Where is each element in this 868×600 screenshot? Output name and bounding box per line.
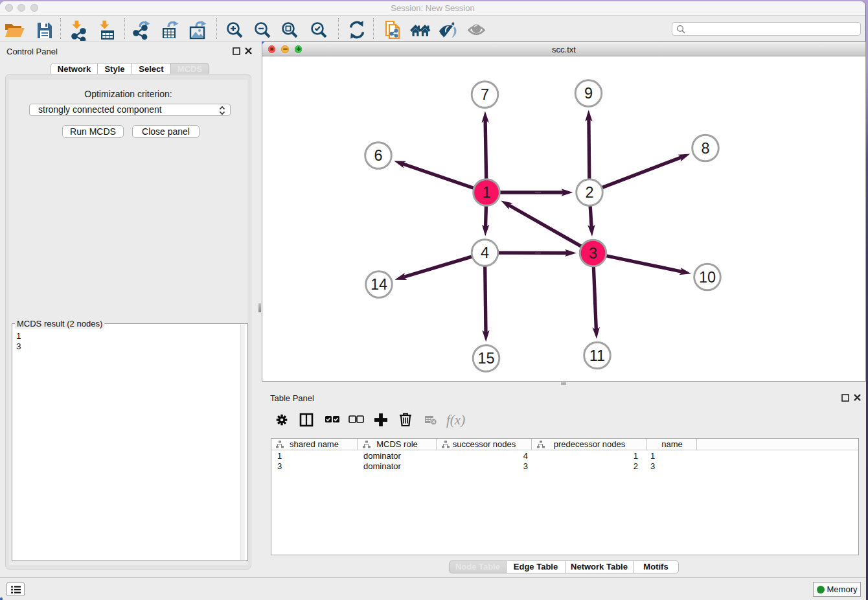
svg-text:f(x): f(x) bbox=[446, 412, 465, 428]
svg-text:8: 8 bbox=[701, 140, 709, 157]
svg-text:9: 9 bbox=[584, 85, 593, 102]
svg-text:2: 2 bbox=[585, 184, 593, 201]
svg-text:4: 4 bbox=[481, 244, 489, 261]
svg-text:1: 1 bbox=[482, 184, 490, 201]
svg-text:11: 11 bbox=[589, 347, 605, 364]
svg-text:15: 15 bbox=[477, 350, 494, 367]
svg-text:3: 3 bbox=[589, 245, 597, 262]
svg-text:10: 10 bbox=[699, 269, 716, 286]
svg-text:6: 6 bbox=[374, 147, 382, 164]
svg-text:7: 7 bbox=[481, 86, 489, 103]
svg-text:14: 14 bbox=[371, 276, 387, 293]
